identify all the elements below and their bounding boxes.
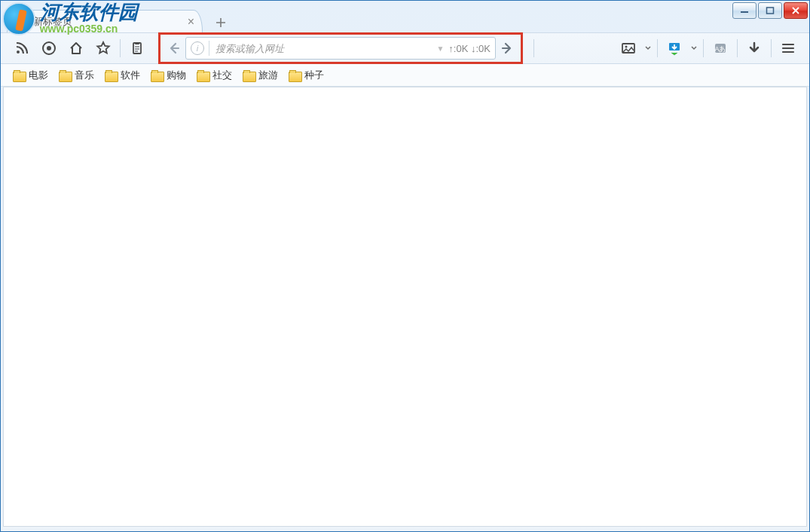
- home-button[interactable]: [63, 35, 90, 62]
- menu-button[interactable]: [775, 35, 802, 62]
- bookmark-label: 电影: [29, 69, 48, 82]
- right-toolbar: Aあ: [615, 35, 802, 62]
- bookmark-movies[interactable]: 电影: [11, 67, 50, 84]
- bookmark-label: 社交: [212, 69, 232, 82]
- bookmark-button[interactable]: [90, 35, 117, 62]
- chevron-down-icon: [645, 45, 651, 51]
- url-divider: [209, 41, 209, 56]
- svg-rect-0: [741, 11, 748, 13]
- downloads-button[interactable]: [661, 35, 688, 62]
- window-controls: [731, 2, 808, 19]
- star-icon: [96, 41, 111, 56]
- url-highlight-box: i ▼ ↑:0K ↓:0K: [158, 32, 523, 64]
- identity-info-icon[interactable]: i: [191, 41, 204, 55]
- download-indicator-button[interactable]: [741, 35, 768, 62]
- folder-icon: [151, 70, 163, 81]
- network-speed-indicator: ↑:0K ↓:0K: [448, 43, 491, 54]
- translate-icon: Aあ: [713, 41, 728, 56]
- toolbar-separator: [120, 39, 121, 57]
- svg-point-8: [625, 46, 628, 48]
- toolbar-separator-3: [657, 39, 658, 57]
- translate-button[interactable]: Aあ: [707, 35, 734, 62]
- toolbar-separator-4: [703, 39, 704, 57]
- svg-point-4: [47, 46, 51, 50]
- close-icon: [791, 7, 800, 14]
- bookmark-music[interactable]: 音乐: [57, 67, 96, 84]
- download-arrow-icon: [667, 41, 682, 56]
- folder-icon: [105, 70, 117, 81]
- bookmarks-bar: 电影 音乐 软件 购物 社交 旅游 种子: [1, 64, 809, 87]
- tab-bar: 新标签页 ×: [1, 1, 809, 32]
- chevron-down-icon: [691, 45, 697, 51]
- image-icon: [621, 41, 636, 56]
- toolbar-separator-6: [771, 39, 772, 57]
- bookmark-software[interactable]: 软件: [103, 67, 142, 84]
- bookmark-label: 购物: [167, 69, 186, 82]
- svg-rect-6: [135, 42, 139, 44]
- go-forward-button[interactable]: [496, 37, 518, 60]
- new-tab-button[interactable]: [210, 13, 231, 32]
- url-input[interactable]: [215, 43, 432, 54]
- reload-button[interactable]: [35, 35, 63, 62]
- tab-favicon-placeholder-icon: [15, 16, 27, 28]
- hamburger-icon: [781, 41, 796, 56]
- reading-list-button[interactable]: [124, 35, 151, 62]
- address-bar[interactable]: i ▼ ↑:0K ↓:0K: [185, 37, 496, 60]
- folder-icon: [13, 70, 25, 81]
- maximize-icon: [766, 7, 775, 14]
- toolbar-separator-5: [737, 39, 738, 57]
- bookmark-label: 软件: [121, 69, 140, 82]
- screenshot-dropdown[interactable]: [642, 35, 654, 62]
- maximize-button[interactable]: [758, 2, 782, 19]
- main-toolbar: i ▼ ↑:0K ↓:0K: [1, 32, 809, 64]
- download-icon: [747, 41, 762, 56]
- svg-text:Aあ: Aあ: [714, 45, 726, 53]
- bookmark-social[interactable]: 社交: [195, 67, 234, 84]
- home-icon: [69, 41, 84, 56]
- folder-icon: [59, 70, 71, 81]
- browser-window: 河东软件园 www.pc0359.cn 新标签页 ×: [0, 0, 810, 532]
- svg-rect-5: [133, 43, 141, 54]
- plus-icon: [215, 17, 226, 28]
- toolbar-separator-2: [533, 39, 534, 57]
- content-area: [3, 87, 807, 527]
- folder-icon: [243, 70, 255, 81]
- back-arrow-icon: [167, 41, 181, 55]
- svg-point-2: [17, 50, 20, 54]
- downloads-dropdown[interactable]: [688, 35, 700, 62]
- clipboard-icon: [130, 41, 145, 56]
- forward-arrow-icon: [500, 41, 514, 55]
- bookmark-travel[interactable]: 旅游: [241, 67, 280, 84]
- close-button[interactable]: [784, 2, 808, 19]
- bookmark-shopping[interactable]: 购物: [149, 67, 188, 84]
- rss-icon: [14, 41, 29, 56]
- tab-new-page[interactable]: 新标签页 ×: [7, 10, 203, 32]
- folder-icon: [289, 70, 301, 81]
- tab-close-button[interactable]: ×: [188, 16, 194, 28]
- screenshot-button[interactable]: [615, 35, 642, 62]
- back-button[interactable]: [163, 37, 185, 60]
- minimize-button[interactable]: [732, 2, 757, 19]
- bookmark-label: 音乐: [75, 69, 94, 82]
- history-dropdown-button[interactable]: ▼: [436, 44, 444, 53]
- folder-icon: [197, 70, 209, 81]
- reload-icon: [41, 41, 57, 56]
- tab-title: 新标签页: [33, 15, 72, 29]
- minimize-icon: [740, 7, 749, 14]
- bookmark-label: 种子: [304, 69, 324, 82]
- bookmark-seeds[interactable]: 种子: [287, 67, 326, 84]
- rss-button[interactable]: [8, 35, 35, 62]
- svg-rect-1: [767, 8, 774, 14]
- bookmark-label: 旅游: [258, 69, 278, 82]
